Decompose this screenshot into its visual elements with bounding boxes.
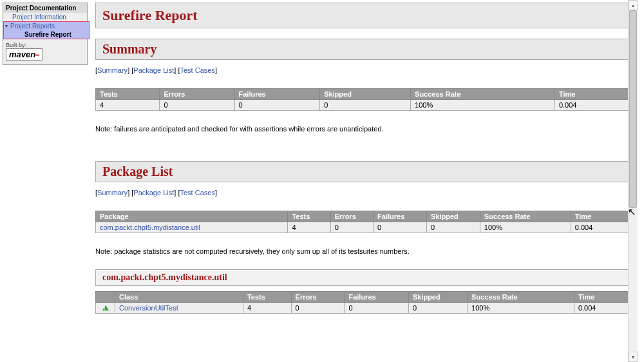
cell-errors: 0 bbox=[330, 222, 373, 233]
built-by-label: Built by: bbox=[6, 42, 26, 48]
th-time-3: Time bbox=[574, 292, 629, 303]
cell-errors: 0 bbox=[291, 303, 345, 314]
th-tests-3: Tests bbox=[243, 292, 291, 303]
cell-skipped: 0 bbox=[408, 303, 467, 314]
cell-tests: 4 bbox=[243, 303, 291, 314]
table-row: com.packt.chpt5.mydistance.util 4 0 0 0 … bbox=[96, 222, 630, 233]
cell-failures: 0 bbox=[345, 303, 408, 314]
th-failures-2: Failures bbox=[374, 211, 427, 222]
th-errors: Errors bbox=[160, 89, 234, 100]
th-time: Time bbox=[554, 89, 629, 100]
cell-rate: 100% bbox=[480, 222, 571, 233]
cell-errors: 0 bbox=[160, 100, 234, 111]
summary-note: Note: failures are anticipated and check… bbox=[95, 125, 630, 133]
scroll-thumb[interactable] bbox=[629, 10, 637, 208]
th-time-2: Time bbox=[571, 211, 629, 222]
summary-heading-banner: Summary bbox=[95, 39, 630, 60]
summary-heading: Summary bbox=[102, 42, 623, 57]
cell-tests: 4 bbox=[288, 222, 330, 233]
main-content: Surefire Report Summary [Summary] [Packa… bbox=[95, 3, 635, 359]
packages-heading: Package List bbox=[102, 164, 623, 179]
link-summary-2[interactable]: Summary bbox=[97, 189, 128, 196]
package-detail-heading: com.packt.chpt5.mydistance.util bbox=[102, 272, 623, 283]
packages-table: Package Tests Errors Failures Skipped Su… bbox=[95, 211, 630, 233]
th-skipped-2: Skipped bbox=[426, 211, 480, 222]
scroll-down-button[interactable]: ▾ bbox=[629, 352, 638, 362]
scroll-track[interactable] bbox=[629, 10, 638, 352]
th-tests-2: Tests bbox=[288, 211, 330, 222]
sidebar-footer: Built by: maven━ bbox=[3, 39, 87, 64]
cell-tests: 4 bbox=[96, 100, 160, 111]
sidebar-item-project-info[interactable]: Project Information bbox=[3, 13, 87, 21]
page-title-banner: Surefire Report bbox=[95, 3, 630, 28]
class-link[interactable]: ConversionUtilTest bbox=[119, 304, 178, 312]
scroll-up-button[interactable]: ▴ bbox=[629, 0, 638, 10]
sidebar-item-project-reports[interactable]: Project Reports bbox=[4, 22, 89, 30]
cell-rate: 100% bbox=[468, 303, 574, 314]
th-pkg: Package bbox=[96, 211, 288, 222]
th-errors-3: Errors bbox=[291, 292, 345, 303]
class-table: Class Tests Errors Failures Skipped Succ… bbox=[95, 291, 630, 314]
scrollbar[interactable]: ▴ ▾ bbox=[628, 0, 638, 362]
link-summary[interactable]: Summary bbox=[97, 66, 128, 74]
nav-links-2: [Summary] [Package List] [Test Cases] bbox=[95, 189, 630, 196]
cell-rate: 100% bbox=[411, 100, 555, 111]
cell-skipped: 0 bbox=[320, 100, 411, 111]
cell-skipped: 0 bbox=[426, 222, 480, 233]
cell-time: 0.004 bbox=[574, 303, 629, 314]
nav-links-1: [Summary] [Package List] [Test Cases] bbox=[95, 66, 630, 74]
th-rate: Success Rate bbox=[411, 89, 555, 100]
th-skipped: Skipped bbox=[320, 89, 411, 100]
table-row: ConversionUtilTest 4 0 0 0 100% 0.004 bbox=[96, 303, 630, 314]
link-package-list-2[interactable]: Package List bbox=[133, 189, 174, 196]
maven-logo[interactable]: maven━ bbox=[6, 48, 43, 61]
th-failures-3: Failures bbox=[345, 292, 408, 303]
summary-table: Tests Errors Failures Skipped Success Ra… bbox=[95, 88, 630, 111]
cell-failures: 0 bbox=[374, 222, 427, 233]
link-test-cases-2[interactable]: Test Cases bbox=[180, 189, 214, 196]
link-test-cases[interactable]: Test Cases bbox=[180, 66, 214, 74]
th-errors-2: Errors bbox=[330, 211, 373, 222]
packages-note: Note: package statistics are not compute… bbox=[95, 247, 630, 255]
th-rate-3: Success Rate bbox=[468, 292, 574, 303]
sidebar-header: Project Documentation bbox=[3, 3, 87, 13]
th-rate-2: Success Rate bbox=[480, 211, 571, 222]
th-failures: Failures bbox=[234, 89, 320, 100]
sidebar-item-surefire-report[interactable]: Surefire Report bbox=[4, 30, 89, 39]
package-link[interactable]: com.packt.chpt5.mydistance.util bbox=[100, 224, 200, 231]
packages-heading-banner: Package List bbox=[95, 161, 630, 182]
package-detail-banner: com.packt.chpt5.mydistance.util bbox=[95, 269, 630, 286]
th-skipped-3: Skipped bbox=[408, 292, 467, 303]
th-class: Class bbox=[115, 292, 243, 303]
th-blank bbox=[96, 292, 115, 303]
cell-time: 0.004 bbox=[554, 100, 629, 111]
link-package-list[interactable]: Package List bbox=[133, 66, 174, 74]
page-title: Surefire Report bbox=[102, 7, 623, 24]
cell-time: 0.004 bbox=[571, 222, 629, 233]
th-tests: Tests bbox=[96, 89, 160, 100]
success-icon bbox=[102, 305, 109, 310]
sidebar: Project Documentation Project Informatio… bbox=[3, 3, 88, 359]
table-row: 4 0 0 0 100% 0.004 bbox=[96, 100, 630, 111]
cell-failures: 0 bbox=[234, 100, 320, 111]
